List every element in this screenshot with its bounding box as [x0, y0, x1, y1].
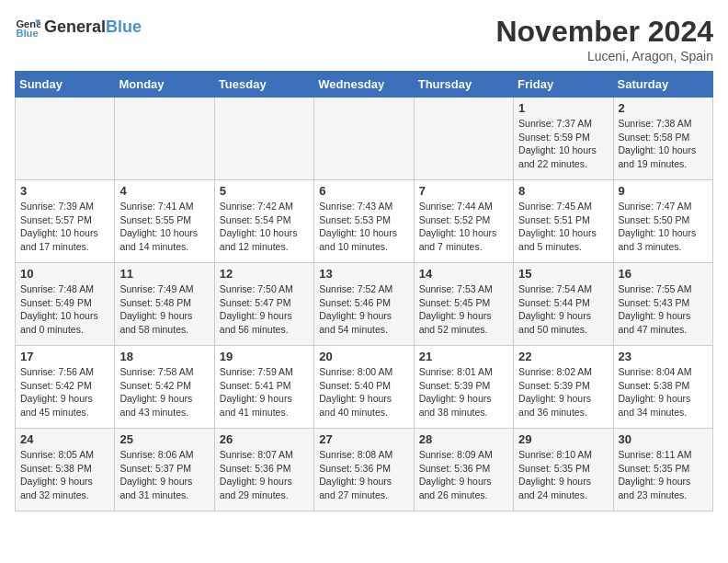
day-info: Sunrise: 7:52 AMSunset: 5:46 PMDaylight:… — [319, 282, 408, 337]
table-row: 14Sunrise: 7:53 AMSunset: 5:45 PMDayligh… — [414, 263, 513, 346]
table-row: 2Sunrise: 7:38 AMSunset: 5:58 PMDaylight… — [613, 98, 712, 180]
day-info: Sunrise: 7:44 AMSunset: 5:52 PMDaylight:… — [419, 200, 508, 254]
table-row: 3Sunrise: 7:39 AMSunset: 5:57 PMDaylight… — [16, 180, 115, 263]
header-thursday: Thursday — [414, 72, 513, 98]
location: Luceni, Aragon, Spain — [495, 49, 713, 63]
title-block: November 2024 Luceni, Aragon, Spain — [495, 15, 713, 63]
table-row: 17Sunrise: 7:56 AMSunset: 5:42 PMDayligh… — [16, 346, 115, 429]
day-info: Sunrise: 7:45 AMSunset: 5:51 PMDaylight:… — [518, 200, 608, 254]
table-row: 10Sunrise: 7:48 AMSunset: 5:49 PMDayligh… — [16, 263, 115, 346]
table-row — [314, 98, 414, 180]
header-saturday: Saturday — [613, 72, 712, 98]
table-row: 13Sunrise: 7:52 AMSunset: 5:46 PMDayligh… — [314, 263, 414, 346]
day-number: 7 — [419, 184, 508, 198]
day-number: 25 — [119, 432, 209, 446]
day-info: Sunrise: 7:42 AMSunset: 5:54 PMDaylight:… — [220, 200, 309, 254]
table-row — [16, 98, 115, 180]
day-info: Sunrise: 7:50 AMSunset: 5:47 PMDaylight:… — [220, 282, 309, 337]
day-number: 1 — [518, 101, 608, 115]
day-number: 12 — [220, 267, 309, 281]
table-row: 19Sunrise: 7:59 AMSunset: 5:41 PMDayligh… — [214, 346, 313, 429]
day-number: 8 — [518, 184, 608, 198]
table-row: 12Sunrise: 7:50 AMSunset: 5:47 PMDayligh… — [214, 263, 313, 346]
table-row: 27Sunrise: 8:08 AMSunset: 5:36 PMDayligh… — [314, 429, 414, 511]
day-number: 26 — [220, 432, 309, 446]
day-number: 17 — [20, 350, 109, 363]
table-row: 23Sunrise: 8:04 AMSunset: 5:38 PMDayligh… — [613, 346, 712, 429]
logo-icon: General Blue — [15, 15, 40, 40]
header-monday: Monday — [115, 72, 214, 98]
table-row: 20Sunrise: 8:00 AMSunset: 5:40 PMDayligh… — [314, 346, 414, 429]
day-info: Sunrise: 7:49 AMSunset: 5:48 PMDaylight:… — [119, 282, 209, 337]
table-row: 8Sunrise: 7:45 AMSunset: 5:51 PMDaylight… — [514, 180, 613, 263]
calendar-week-row: 17Sunrise: 7:56 AMSunset: 5:42 PMDayligh… — [16, 346, 713, 429]
table-row: 9Sunrise: 7:47 AMSunset: 5:50 PMDaylight… — [613, 180, 712, 263]
calendar-week-row: 24Sunrise: 8:05 AMSunset: 5:38 PMDayligh… — [16, 429, 713, 511]
table-row: 1Sunrise: 7:37 AMSunset: 5:59 PMDaylight… — [514, 98, 613, 180]
day-number: 29 — [518, 432, 608, 446]
month-title: November 2024 — [495, 15, 713, 49]
table-row: 24Sunrise: 8:05 AMSunset: 5:38 PMDayligh… — [16, 429, 115, 511]
day-number: 5 — [220, 184, 309, 198]
table-row: 22Sunrise: 8:02 AMSunset: 5:39 PMDayligh… — [514, 346, 613, 429]
day-info: Sunrise: 7:38 AMSunset: 5:58 PMDaylight:… — [619, 117, 708, 171]
logo-text: GeneralBlue — [44, 18, 142, 37]
table-row — [115, 98, 214, 180]
table-row — [214, 98, 313, 180]
day-info: Sunrise: 8:05 AMSunset: 5:38 PMDaylight:… — [20, 448, 109, 502]
day-info: Sunrise: 7:55 AMSunset: 5:43 PMDaylight:… — [619, 282, 708, 337]
table-row: 6Sunrise: 7:43 AMSunset: 5:53 PMDaylight… — [314, 180, 414, 263]
table-row: 16Sunrise: 7:55 AMSunset: 5:43 PMDayligh… — [613, 263, 712, 346]
logo-general: General — [44, 17, 106, 36]
header-wednesday: Wednesday — [314, 72, 414, 98]
table-row: 4Sunrise: 7:41 AMSunset: 5:55 PMDaylight… — [115, 180, 214, 263]
day-number: 24 — [20, 432, 109, 446]
day-number: 16 — [619, 267, 708, 281]
calendar-week-row: 3Sunrise: 7:39 AMSunset: 5:57 PMDaylight… — [16, 180, 713, 263]
table-row: 5Sunrise: 7:42 AMSunset: 5:54 PMDaylight… — [214, 180, 313, 263]
table-row: 18Sunrise: 7:58 AMSunset: 5:42 PMDayligh… — [115, 346, 214, 429]
day-number: 28 — [419, 432, 508, 446]
day-number: 27 — [319, 432, 408, 446]
day-info: Sunrise: 8:07 AMSunset: 5:36 PMDaylight:… — [220, 448, 309, 502]
day-info: Sunrise: 7:47 AMSunset: 5:50 PMDaylight:… — [619, 200, 708, 254]
day-number: 6 — [319, 184, 408, 198]
day-info: Sunrise: 8:02 AMSunset: 5:39 PMDaylight:… — [518, 365, 608, 419]
day-number: 15 — [518, 267, 608, 281]
day-number: 3 — [20, 184, 109, 198]
day-number: 4 — [119, 184, 209, 198]
day-number: 11 — [119, 267, 209, 281]
table-row: 7Sunrise: 7:44 AMSunset: 5:52 PMDaylight… — [414, 180, 513, 263]
table-row: 11Sunrise: 7:49 AMSunset: 5:48 PMDayligh… — [115, 263, 214, 346]
day-info: Sunrise: 8:04 AMSunset: 5:38 PMDaylight:… — [619, 365, 708, 419]
day-number: 20 — [319, 350, 408, 363]
day-info: Sunrise: 8:00 AMSunset: 5:40 PMDaylight:… — [319, 365, 408, 419]
table-row — [414, 98, 513, 180]
day-info: Sunrise: 7:54 AMSunset: 5:44 PMDaylight:… — [518, 282, 608, 337]
svg-text:Blue: Blue — [16, 28, 38, 39]
day-info: Sunrise: 7:56 AMSunset: 5:42 PMDaylight:… — [20, 365, 109, 419]
page-header: General Blue GeneralBlue November 2024 L… — [15, 15, 713, 63]
calendar-table: Sunday Monday Tuesday Wednesday Thursday… — [15, 71, 713, 511]
day-info: Sunrise: 7:53 AMSunset: 5:45 PMDaylight:… — [419, 282, 508, 337]
day-info: Sunrise: 7:39 AMSunset: 5:57 PMDaylight:… — [20, 200, 109, 254]
table-row: 21Sunrise: 8:01 AMSunset: 5:39 PMDayligh… — [414, 346, 513, 429]
day-info: Sunrise: 8:01 AMSunset: 5:39 PMDaylight:… — [419, 365, 508, 419]
day-number: 30 — [619, 432, 708, 446]
day-number: 14 — [419, 267, 508, 281]
day-info: Sunrise: 7:43 AMSunset: 5:53 PMDaylight:… — [319, 200, 408, 254]
table-row: 28Sunrise: 8:09 AMSunset: 5:36 PMDayligh… — [414, 429, 513, 511]
logo-blue: Blue — [106, 17, 142, 36]
day-number: 9 — [619, 184, 708, 198]
calendar-week-row: 10Sunrise: 7:48 AMSunset: 5:49 PMDayligh… — [16, 263, 713, 346]
day-number: 18 — [119, 350, 209, 363]
day-info: Sunrise: 7:48 AMSunset: 5:49 PMDaylight:… — [20, 282, 109, 337]
day-number: 21 — [419, 350, 508, 363]
day-number: 23 — [619, 350, 708, 363]
day-number: 10 — [20, 267, 109, 281]
table-row: 26Sunrise: 8:07 AMSunset: 5:36 PMDayligh… — [214, 429, 313, 511]
header-sunday: Sunday — [16, 72, 115, 98]
calendar-header-row: Sunday Monday Tuesday Wednesday Thursday… — [16, 72, 713, 98]
day-info: Sunrise: 7:37 AMSunset: 5:59 PMDaylight:… — [518, 117, 608, 171]
day-info: Sunrise: 7:58 AMSunset: 5:42 PMDaylight:… — [119, 365, 209, 419]
